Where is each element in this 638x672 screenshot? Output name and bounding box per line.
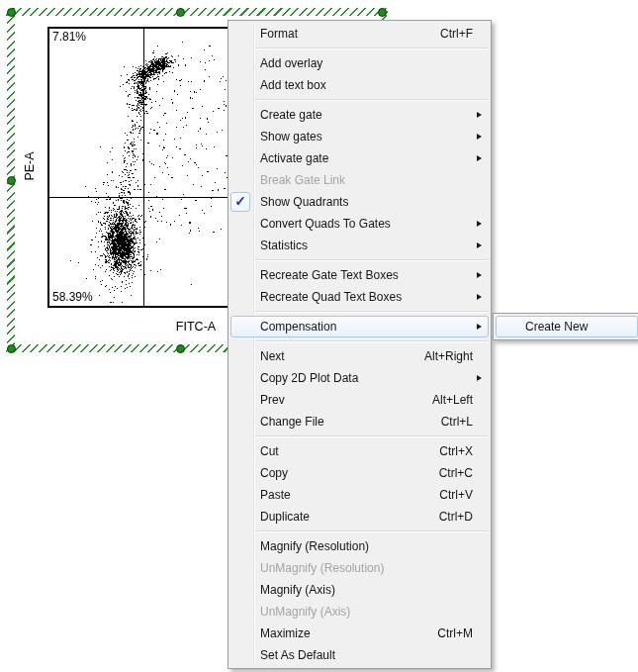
menu-item-copy[interactable]: CopyCtrl+C: [230, 462, 489, 484]
submenu-arrow-icon: [477, 272, 482, 278]
menu-separator: [255, 259, 489, 261]
menu-item-paste[interactable]: PasteCtrl+V: [230, 484, 489, 506]
menu-shortcut: Ctrl+V: [439, 485, 473, 505]
menu-item-duplicate[interactable]: DuplicateCtrl+D: [230, 506, 489, 528]
menu-item-label: Create gate: [260, 108, 322, 122]
submenu-arrow-icon: [477, 294, 482, 300]
submenu-arrow-icon: [477, 221, 482, 227]
context-menu: FormatCtrl+FAdd overlayAdd text boxCreat…: [228, 20, 492, 669]
menu-item-label: Compensation: [260, 320, 336, 334]
menu-item-label: Change File: [260, 415, 324, 429]
menu-item-convert-quads-to-gates[interactable]: Convert Quads To Gates: [230, 213, 489, 235]
menu-item-prev[interactable]: PrevAlt+Left: [230, 389, 489, 411]
menu-separator: [255, 99, 489, 101]
menu-item-copy-2d-plot-data[interactable]: Copy 2D Plot Data: [230, 367, 489, 389]
menu-item-label: Copy: [260, 466, 288, 480]
menu-item-show-gates[interactable]: Show gates: [230, 126, 489, 147]
menu-item-label: Magnify (Axis): [260, 583, 335, 597]
checkmark-icon: ✓: [230, 192, 250, 212]
submenu-arrow-icon: [477, 155, 482, 161]
menu-item-break-gate-link: Break Gate Link: [230, 169, 489, 191]
menu-item-compensation[interactable]: Compensation: [230, 316, 489, 337]
menu-item-label: Duplicate: [260, 510, 310, 524]
y-axis-label: PE-A: [23, 151, 37, 180]
quadrant-stat-lower-left: 58.39%: [52, 290, 93, 304]
compensation-submenu: Create New: [493, 313, 638, 340]
menu-item-label: Show gates: [260, 130, 322, 144]
menu-item-magnify-resolution[interactable]: Magnify (Resolution): [230, 535, 489, 557]
selection-handle-top-left[interactable]: [7, 8, 16, 17]
selection-handle-top-right[interactable]: [378, 8, 387, 17]
menu-item-label: Create New: [525, 320, 588, 334]
menu-item-change-file[interactable]: Change FileCtrl+L: [230, 411, 489, 432]
menu-separator: [255, 340, 489, 342]
menu-item-label: Prev: [260, 393, 285, 407]
menu-separator: [255, 530, 489, 532]
application-canvas: 7.81% 58.39% PE-A FITC-A FormatCtrl+FAdd…: [0, 0, 638, 672]
menu-shortcut: Ctrl+L: [441, 412, 473, 432]
submenu-arrow-icon: [477, 112, 482, 118]
menu-item-label: Recreate Gate Text Boxes: [260, 268, 399, 282]
menu-item-label: Convert Quads To Gates: [260, 217, 391, 231]
menu-shortcut: Ctrl+D: [439, 507, 473, 527]
menu-item-label: Format: [260, 27, 298, 41]
menu-item-unmagnify-resolution: UnMagnify (Resolution): [230, 557, 489, 579]
menu-item-label: Activate gate: [260, 151, 328, 165]
submenu-arrow-icon: [477, 242, 482, 248]
menu-shortcut: Ctrl+C: [439, 463, 473, 483]
submenu-arrow-icon: [477, 375, 482, 381]
menu-item-show-quadrants[interactable]: ✓Show Quadrants: [230, 191, 489, 213]
menu-shortcut: Ctrl+X: [439, 441, 473, 461]
menu-item-set-as-default[interactable]: Set As Default: [230, 644, 489, 666]
menu-item-create-gate[interactable]: Create gate: [230, 104, 489, 126]
x-axis-label: FITC-A: [176, 320, 216, 334]
selection-handle-bottom-middle[interactable]: [176, 344, 185, 353]
menu-item-label: Cut: [260, 444, 279, 458]
submenu-arrow-icon: [477, 324, 482, 330]
menu-item-statistics[interactable]: Statistics: [230, 235, 489, 256]
menu-item-label: Paste: [260, 488, 291, 502]
menu-item-label: Maximize: [260, 626, 311, 640]
menu-shortcut: Ctrl+F: [440, 24, 473, 44]
selection-hatch-top: [6, 8, 388, 16]
quadrant-line-vertical[interactable]: [143, 29, 144, 306]
menu-item-unmagnify-axis: UnMagnify (Axis): [230, 601, 489, 623]
menu-item-label: Copy 2D Plot Data: [260, 371, 358, 385]
menu-item-magnify-axis[interactable]: Magnify (Axis): [230, 579, 489, 601]
selection-handle-top-middle[interactable]: [176, 8, 185, 17]
quadrant-stat-upper-left: 7.81%: [52, 30, 86, 44]
menu-item-label: Statistics: [260, 239, 308, 252]
menu-item-label: Set As Default: [260, 648, 335, 662]
menu-item-label: Add text box: [260, 78, 326, 92]
menu-item-add-text-box[interactable]: Add text box: [230, 74, 489, 96]
menu-item-label: UnMagnify (Axis): [260, 605, 350, 619]
menu-item-activate-gate[interactable]: Activate gate: [230, 147, 489, 169]
menu-shortcut: Alt+Right: [424, 346, 473, 366]
menu-item-recreate-quad-text-boxes[interactable]: Recreate Quad Text Boxes: [230, 286, 489, 308]
menu-item-format[interactable]: FormatCtrl+F: [230, 23, 489, 45]
menu-item-create-new[interactable]: Create New: [496, 316, 638, 337]
menu-separator: [255, 311, 489, 313]
menu-item-label: Break Gate Link: [260, 173, 345, 187]
menu-item-label: Recreate Quad Text Boxes: [260, 290, 402, 304]
menu-shortcut: Alt+Left: [432, 390, 473, 410]
submenu-arrow-icon: [477, 134, 482, 140]
menu-item-label: Magnify (Resolution): [260, 539, 369, 553]
menu-item-label: Show Quadrants: [260, 195, 348, 209]
menu-item-add-overlay[interactable]: Add overlay: [230, 52, 489, 74]
menu-item-cut[interactable]: CutCtrl+X: [230, 440, 489, 462]
menu-shortcut: Ctrl+M: [437, 624, 473, 643]
menu-item-next[interactable]: NextAlt+Right: [230, 345, 489, 367]
menu-item-label: Add overlay: [260, 56, 322, 70]
menu-item-label: Next: [260, 349, 285, 363]
menu-separator: [255, 48, 489, 49]
selection-handle-bottom-left[interactable]: [7, 344, 16, 353]
menu-separator: [255, 435, 489, 437]
menu-item-label: UnMagnify (Resolution): [260, 561, 384, 575]
menu-item-recreate-gate-text-boxes[interactable]: Recreate Gate Text Boxes: [230, 264, 489, 286]
selection-handle-middle-left[interactable]: [7, 176, 16, 185]
menu-item-maximize[interactable]: MaximizeCtrl+M: [230, 623, 489, 644]
